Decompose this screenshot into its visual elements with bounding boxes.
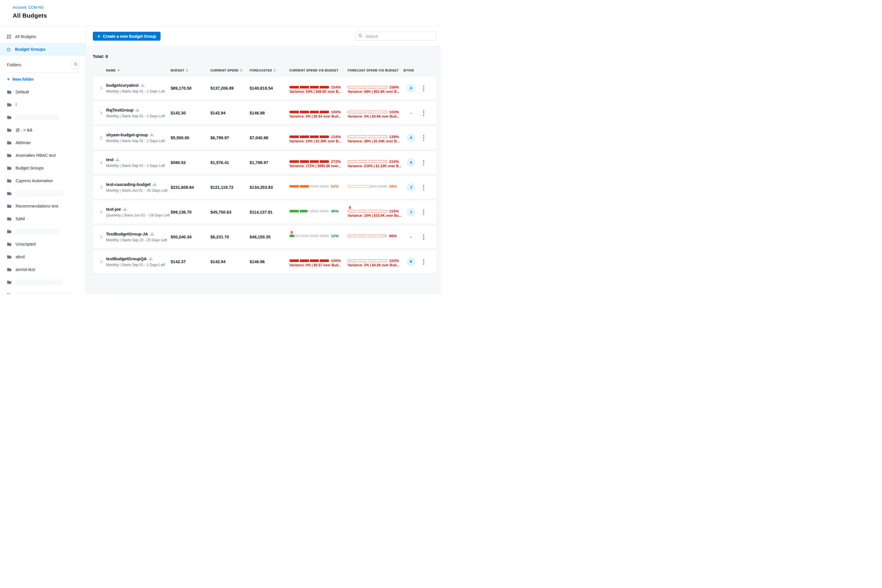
sort-icon[interactable] bbox=[240, 69, 242, 72]
chevron-right-icon[interactable] bbox=[96, 111, 106, 115]
owner-avatar: A bbox=[407, 84, 416, 93]
column-header-by-on: BY/ON bbox=[404, 69, 429, 72]
plus-icon: + bbox=[7, 76, 10, 82]
chevron-right-icon[interactable] bbox=[96, 160, 106, 165]
chevron-right-icon[interactable] bbox=[96, 86, 106, 90]
kebab-menu-icon[interactable] bbox=[422, 109, 426, 118]
budget-period: Monthly | Starts Jun 01 - -91 Days Left bbox=[106, 189, 168, 192]
bell-icon bbox=[348, 206, 352, 210]
sidebar-folder-item[interactable]: abcd bbox=[0, 250, 86, 263]
row-forecasted: $114,137.91 bbox=[250, 210, 290, 214]
chevron-right-icon[interactable] bbox=[96, 235, 106, 239]
row-current-spend: $1,576.41 bbox=[210, 160, 250, 165]
kebab-menu-icon[interactable] bbox=[422, 158, 426, 167]
row-forecasted: $7,040.98 bbox=[250, 135, 290, 140]
new-folder-button[interactable]: + New folder bbox=[0, 73, 86, 85]
forecast-spend-vs-budget: 158%Variance: 58% | $51.6K over B... bbox=[348, 82, 404, 95]
table-row[interactable]: test-joeQuarterly | Starts Jun 01 - -29 … bbox=[93, 201, 436, 224]
progress-percent: 96% bbox=[389, 234, 397, 238]
sidebar-folder-item[interactable]: Anomalies RBAC test bbox=[0, 149, 86, 162]
row-current-spend: $142.94 bbox=[210, 111, 250, 115]
sidebar-folder-item[interactable]: Sahil bbox=[0, 212, 86, 225]
search-box[interactable] bbox=[355, 32, 436, 40]
forecast-spend-vs-budget: 103%Variance: 3% | $4.68 over Bud... bbox=[348, 106, 404, 120]
chevron-right-icon[interactable] bbox=[96, 210, 106, 214]
kebab-menu-icon[interactable] bbox=[422, 183, 426, 192]
sort-icon[interactable] bbox=[274, 69, 276, 72]
table-row[interactable]: TestBudgetGroup-JAMonthly | Starts Sep 2… bbox=[93, 225, 436, 249]
progress-bar bbox=[290, 135, 329, 138]
row-menu-cell bbox=[418, 134, 429, 142]
progress-percent: 310% bbox=[389, 159, 399, 164]
progress-bar bbox=[290, 260, 329, 262]
folder-icon bbox=[7, 128, 12, 132]
table-row[interactable]: shyam-budget-groupMonthly | Starts Sep 0… bbox=[93, 126, 436, 149]
budget-group-name: budgetsuryatest bbox=[106, 83, 168, 88]
sidebar-folder-item[interactable] bbox=[0, 111, 86, 124]
sidebar-folder-item[interactable]: Budget Groups bbox=[0, 162, 86, 174]
row-menu-cell bbox=[418, 109, 429, 118]
budget-group-name: test bbox=[106, 158, 168, 162]
table-row[interactable]: budgetsuryatestMonthly | Starts Sep 01 -… bbox=[93, 76, 436, 100]
folders-header: Folders bbox=[0, 56, 86, 71]
budget-period: Monthly | Starts Sep 01 - 1 Days Left bbox=[106, 164, 168, 168]
chevron-right-icon[interactable] bbox=[96, 260, 106, 264]
account-breadcrumb[interactable]: Account: CCM-NG bbox=[13, 5, 441, 9]
sidebar-folder-item[interactable]: ! bbox=[0, 98, 86, 111]
kebab-menu-icon[interactable] bbox=[422, 84, 426, 93]
sidebar-item-all-budgets[interactable]: All Budgets bbox=[0, 30, 86, 43]
row-budget: $231,608.84 bbox=[171, 185, 210, 190]
kebab-menu-icon[interactable] bbox=[422, 208, 426, 217]
kebab-menu-icon[interactable] bbox=[422, 257, 426, 266]
folder-icon bbox=[7, 230, 12, 234]
kebab-menu-icon[interactable] bbox=[422, 232, 426, 242]
variance-text: Variance: 210% | $1.22K over B... bbox=[348, 164, 404, 169]
table-row[interactable]: RajTestGroupMonthly | Starts Sep 01 - 1 … bbox=[93, 102, 436, 124]
search-input[interactable] bbox=[365, 34, 433, 39]
row-current-spend: $121,119.72 bbox=[210, 185, 250, 190]
column-header-budget: BUDGET bbox=[171, 69, 210, 72]
create-budget-group-button[interactable]: + Create a new Budget Group bbox=[93, 32, 160, 40]
sidebar-folder-item[interactable]: Default bbox=[0, 86, 86, 98]
redacted-folder-name bbox=[16, 190, 63, 196]
sidebar-folder-item[interactable]: Unscripted bbox=[0, 238, 86, 250]
sort-icon[interactable] bbox=[186, 69, 188, 72]
sidebar-item-budget-groups[interactable]: Budget Groups bbox=[0, 43, 86, 56]
row-by-on: - bbox=[404, 111, 418, 115]
sidebar-folder-item[interactable] bbox=[0, 276, 86, 288]
progress-bar bbox=[290, 111, 329, 113]
row-forecasted: $48,150.35 bbox=[250, 235, 290, 239]
sidebar-folder-item[interactable]: Recommendations test bbox=[0, 200, 86, 212]
table-row[interactable]: testBudgetGroupQAMonthly | Starts Sep 01… bbox=[93, 250, 436, 273]
folder-search-button[interactable] bbox=[71, 60, 80, 69]
main-content: + Create a new Budget Group Total: 8 NAM… bbox=[86, 26, 441, 294]
sidebar-folder-item[interactable] bbox=[0, 187, 86, 200]
budget-group-name-text: test-joe bbox=[106, 207, 121, 212]
redacted-folder-name bbox=[16, 114, 59, 120]
row-forecasted: $140,818.54 bbox=[250, 86, 290, 90]
progress-bar bbox=[348, 160, 387, 163]
progress-bar bbox=[348, 235, 387, 237]
budget-group-name: test-cascading-budget bbox=[106, 182, 168, 187]
chevron-right-icon[interactable] bbox=[96, 136, 106, 140]
budget-group-name: shyam-budget-group bbox=[106, 133, 168, 137]
sidebar-folder-item[interactable]: Abhinav bbox=[0, 136, 86, 149]
sidebar-folder-item[interactable]: anmol-test bbox=[0, 263, 86, 276]
row-forecasted: $146.96 bbox=[250, 260, 290, 264]
kebab-menu-icon[interactable] bbox=[422, 134, 426, 142]
progress-bar bbox=[290, 235, 329, 237]
sidebar-folder-item[interactable] bbox=[0, 288, 86, 294]
current-spend-vs-budget: 124%Variance: 24% | $1.30K over B... bbox=[290, 131, 348, 144]
sort-desc-icon[interactable] bbox=[117, 70, 120, 71]
sidebar-folder-item[interactable]: @ . > && bbox=[0, 124, 86, 136]
row-current-spend: $142.94 bbox=[210, 260, 250, 264]
sidebar-folder-item[interactable]: Cypress Automation bbox=[0, 174, 86, 187]
table-row[interactable]: test-cascading-budgetMonthly | Starts Ju… bbox=[93, 176, 436, 199]
sidebar-folder-item[interactable] bbox=[0, 225, 86, 238]
row-by-on: K bbox=[404, 257, 418, 266]
table-row[interactable]: testMonthly | Starts Sep 01 - 1 Days Lef… bbox=[93, 151, 436, 174]
folder-icon bbox=[7, 267, 12, 272]
column-label: FORECAST SPEND V/S BUDGET bbox=[348, 69, 399, 72]
variance-text bbox=[290, 238, 348, 243]
chevron-right-icon[interactable] bbox=[96, 185, 106, 189]
